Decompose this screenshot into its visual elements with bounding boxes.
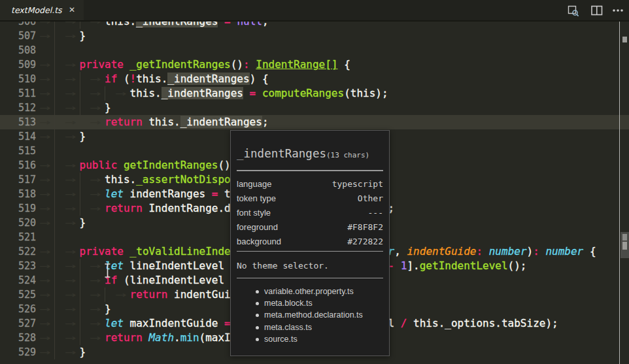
tab-whitespace: → — [54, 345, 80, 359]
code-line[interactable]: 509→→private _getIndentRanges(): IndentR… — [0, 58, 629, 72]
tab-whitespace: → — [54, 331, 80, 345]
tab-whitespace: → — [80, 187, 105, 201]
tab-whitespace: → — [54, 273, 80, 288]
indent-guide — [54, 230, 55, 244]
tab-whitespace: → — [29, 259, 55, 273]
metadata-row: background#272822 — [231, 235, 389, 249]
code-text: →→→} — [29, 101, 111, 115]
tab-whitespace: → — [80, 115, 105, 129]
code-text: →→→} — [29, 302, 111, 316]
tab-whitespace: → — [29, 273, 55, 288]
code-line[interactable]: 513→→→return this._indentRanges; — [0, 115, 629, 129]
scope-item: meta.block.ts — [231, 297, 389, 309]
tab-whitespace: → — [80, 22, 105, 29]
metadata-label: language — [237, 177, 272, 191]
tab-whitespace: → — [54, 201, 80, 216]
more-actions-icon[interactable] — [611, 4, 624, 17]
code-line[interactable]: 510→→→if (!this._indentRanges) { — [0, 72, 629, 86]
tab-whitespace: → — [80, 201, 105, 216]
ruler-mark — [622, 242, 627, 250]
tab-whitespace: → — [80, 302, 105, 316]
separator — [237, 278, 383, 278]
tab-whitespace: → — [80, 273, 105, 288]
code-text: →→private _getIndentRanges(): IndentRang… — [29, 58, 350, 72]
tab-whitespace: → — [29, 216, 55, 230]
tab-whitespace: → — [29, 173, 55, 187]
code-line[interactable]: 511→→→→this._indentRanges = computeRange… — [0, 86, 629, 101]
tab-whitespace: → — [29, 58, 55, 72]
metadata-row: font style--- — [231, 206, 389, 220]
tab-whitespace: → — [80, 72, 105, 86]
metadata-row: foreground#F8F8F2 — [231, 220, 389, 235]
ruler-mark — [622, 37, 627, 42]
tab-bar: textModel.ts ✕ — [0, 0, 629, 22]
metadata-value: --- — [368, 206, 383, 220]
tab-whitespace: → — [54, 22, 80, 29]
tab-whitespace: → — [105, 288, 130, 302]
tab-whitespace: → — [54, 302, 80, 316]
code-line[interactable]: 507→→} — [0, 29, 629, 43]
line-number: 521 — [0, 230, 36, 244]
metadata-label: font style — [237, 206, 271, 220]
metadata-value: typescript — [332, 177, 383, 191]
metadata-value: Other — [358, 191, 383, 206]
code-line[interactable]: 512→→→} — [0, 101, 629, 115]
metadata-label: background — [237, 235, 281, 249]
editor-actions — [567, 0, 624, 20]
tab-whitespace: → — [29, 244, 55, 259]
tab-whitespace: → — [29, 288, 55, 302]
code-text: →→} — [29, 345, 86, 359]
close-icon[interactable]: ✕ — [69, 6, 75, 14]
tab-whitespace: → — [29, 22, 55, 29]
tab-whitespace: → — [29, 201, 55, 216]
overview-ruler[interactable] — [620, 22, 629, 364]
tab-whitespace: → — [29, 158, 55, 173]
tab-whitespace: → — [54, 29, 80, 43]
tab-whitespace: → — [54, 158, 80, 173]
tab-whitespace: → — [29, 187, 55, 201]
find-icon[interactable] — [567, 4, 580, 17]
indent-guide — [54, 43, 55, 58]
token-metadata: languagetypescripttoken typeOtherfont st… — [231, 177, 389, 249]
tab-whitespace: → — [80, 86, 105, 101]
scope-list: variable.other.property.tsmeta.block.tsm… — [231, 286, 389, 345]
tab-whitespace: → — [54, 244, 80, 259]
tab-whitespace: → — [54, 129, 80, 144]
code-text: →→} — [29, 129, 86, 144]
tab-whitespace: → — [29, 72, 55, 86]
tab-textmodel[interactable]: textModel.ts ✕ — [0, 0, 84, 20]
tab-whitespace: → — [54, 115, 80, 129]
tab-whitespace: → — [29, 331, 55, 345]
scope-item: source.ts — [231, 333, 389, 345]
indent-guide — [54, 144, 55, 158]
code-text: →→} — [29, 29, 86, 43]
metadata-value: #272822 — [347, 235, 383, 249]
tab-whitespace: → — [29, 316, 55, 331]
metadata-value: #F8F8F2 — [347, 220, 383, 235]
inspect-tokens-widget: _indentRanges(13 chars) languagetypescri… — [230, 130, 390, 356]
metadata-row: languagetypescript — [231, 177, 389, 191]
tab-whitespace: → — [54, 86, 80, 101]
split-editor-icon[interactable] — [590, 4, 604, 17]
overview-ruler-border — [619, 22, 620, 364]
theme-selector-note: No theme selector. — [231, 252, 389, 278]
code-line[interactable]: 506→→→this._indentRanges = null; — [0, 22, 629, 29]
tab-whitespace: → — [29, 115, 55, 129]
tab-whitespace: → — [54, 259, 80, 273]
scope-item: variable.other.property.ts — [231, 286, 389, 297]
tab-whitespace: → — [54, 187, 80, 201]
tab-whitespace: → — [29, 302, 55, 316]
metadata-label: foreground — [237, 220, 278, 235]
tab-whitespace: → — [29, 129, 55, 144]
tab-whitespace: → — [80, 259, 105, 273]
line-number: 515 — [0, 144, 36, 158]
tab-whitespace: → — [105, 86, 130, 101]
tab-whitespace: → — [80, 316, 105, 331]
tab-whitespace: → — [29, 101, 55, 115]
metadata-row: token typeOther — [231, 191, 389, 206]
tab-whitespace: → — [54, 72, 80, 86]
code-line[interactable]: 508 — [0, 43, 629, 58]
mouse-ibeam-cursor — [103, 263, 112, 281]
code-text: →→→this._indentRanges = null; — [29, 22, 269, 29]
separator — [237, 170, 383, 171]
